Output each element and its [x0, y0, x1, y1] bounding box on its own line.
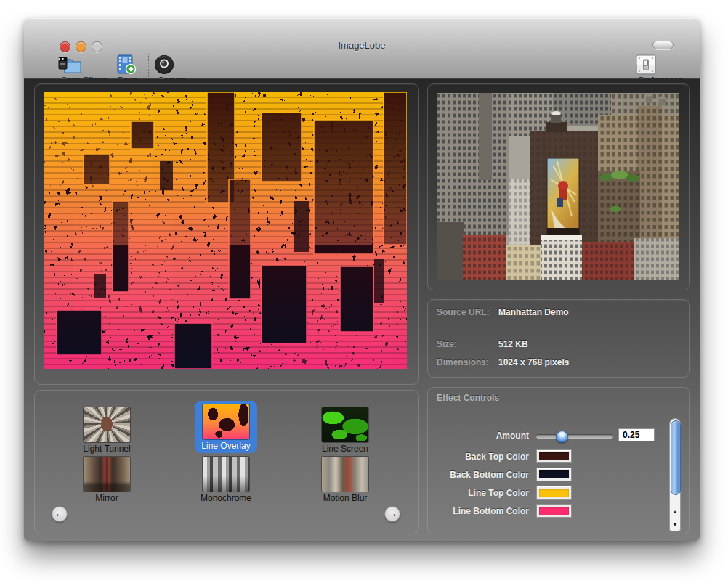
dimensions-value: 1024 x 768 pixels	[498, 357, 569, 367]
back-top-color-label: Back Top Color	[428, 452, 529, 462]
effect-preview-image	[44, 92, 407, 369]
effect-label: Mirror	[95, 493, 118, 503]
line-bottom-color-label: Line Bottom Color	[428, 506, 529, 516]
right-arrow-icon: →	[387, 507, 397, 519]
source-url-label: Source URL:	[437, 307, 498, 317]
effect-item-motion-blur[interactable]: Motion Blur	[298, 453, 392, 503]
imagelobe-window: ImageLobe Ope	[24, 18, 700, 541]
scroll-down-button[interactable]: ▼	[670, 518, 680, 531]
scrollbar-thumb[interactable]	[671, 420, 681, 495]
source-photo	[437, 93, 679, 280]
effect-label: Light Tunnel	[83, 444, 130, 454]
line-bottom-color-swatch	[539, 507, 569, 515]
motion-blur-thumbnail	[322, 457, 368, 492]
up-arrow-icon: ▲	[673, 509, 678, 514]
down-arrow-icon: ▼	[673, 522, 678, 527]
toolbar: Open Effects	[24, 52, 700, 78]
mirror-thumbnail	[84, 457, 130, 492]
toolbar-toggle-button[interactable]	[652, 41, 674, 49]
amount-slider[interactable]	[536, 434, 613, 439]
toolbar-separator	[148, 54, 149, 80]
source-photo-panel	[427, 83, 690, 290]
effects-browser-panel: Light Tunnel Line Overlay Line Screen Mi…	[34, 390, 419, 534]
previous-effects-button[interactable]: ←	[52, 506, 68, 522]
image-info-panel: Source URL: Manhattan Demo Size: 512 KB …	[427, 299, 690, 378]
window-title: ImageLobe	[24, 40, 700, 51]
line-bottom-color-well[interactable]	[536, 504, 572, 518]
effect-item-mirror[interactable]: Mirror	[60, 453, 154, 503]
dimensions-label: Dimensions:	[437, 357, 498, 367]
amount-value-field[interactable]: 0.25	[618, 428, 655, 441]
line-screen-thumbnail	[322, 407, 368, 442]
light-tunnel-thumbnail	[84, 407, 130, 442]
line-top-color-well[interactable]	[536, 486, 572, 500]
effect-controls-title: Effect Controls	[437, 393, 499, 403]
source-url-value: Manhattan Demo	[498, 307, 569, 317]
camera-icon	[153, 54, 191, 75]
effect-controls-panel: Effect Controls Amount 0.25 Back Top Col…	[427, 387, 690, 534]
effects-folder-icon	[57, 54, 111, 75]
amount-label: Amount	[428, 431, 529, 441]
window-chrome: ImageLobe Ope	[24, 18, 700, 79]
back-bottom-color-well[interactable]	[536, 468, 572, 481]
effect-item-light-tunnel[interactable]: Light Tunnel	[60, 404, 154, 454]
size-value: 512 KB	[498, 339, 528, 349]
size-label: Size:	[437, 339, 498, 349]
effect-item-monochrome[interactable]: Monochrome	[179, 453, 273, 503]
back-top-color-swatch	[539, 452, 569, 460]
line-top-color-label: Line Top Color	[428, 488, 529, 498]
effect-item-line-screen[interactable]: Line Screen	[298, 404, 392, 454]
effect-item-line-overlay[interactable]: Line Overlay	[195, 401, 257, 453]
effect-label: Line Screen	[322, 444, 368, 454]
scrollbar-track[interactable]	[669, 418, 681, 505]
filmstrip-add-icon	[113, 54, 143, 75]
controls-scrollbar[interactable]: ▲ ▼	[669, 418, 681, 531]
effect-label: Monochrome	[201, 493, 251, 503]
back-top-color-well[interactable]	[536, 449, 572, 463]
preview-panel	[34, 83, 419, 385]
next-effects-button[interactable]: →	[384, 506, 400, 522]
content-area: Source URL: Manhattan Demo Size: 512 KB …	[24, 79, 700, 541]
scroll-up-button[interactable]: ▲	[670, 505, 680, 518]
line-overlay-thumbnail	[203, 404, 249, 439]
light-switch-icon	[636, 54, 685, 75]
effect-label: Motion Blur	[323, 493, 368, 503]
back-bottom-color-swatch	[539, 470, 569, 478]
scrollbar-buttons: ▲ ▼	[669, 505, 681, 531]
back-bottom-color-label: Back Bottom Color	[428, 470, 529, 480]
effect-label: Line Overlay	[201, 441, 250, 451]
line-top-color-swatch	[539, 489, 569, 497]
amount-slider-knob[interactable]	[556, 431, 568, 443]
monochrome-thumbnail	[203, 457, 249, 492]
left-arrow-icon: ←	[54, 507, 65, 519]
desktop: ImageLobe Ope	[0, 0, 728, 583]
